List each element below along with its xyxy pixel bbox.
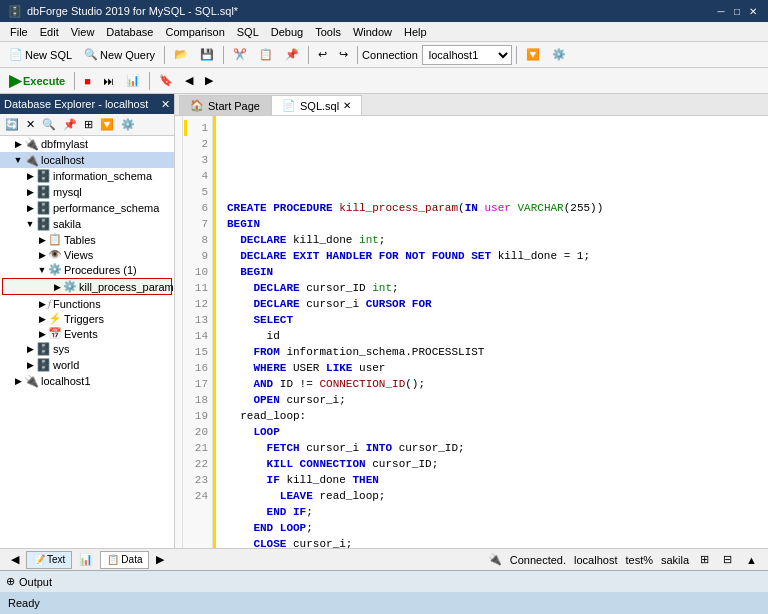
step-button[interactable]: ⏭ — [98, 70, 119, 92]
step-icon: ⏭ — [103, 75, 114, 87]
tree-node-kill-process-param[interactable]: ▶ ⚙️ kill_process_param — [2, 278, 172, 295]
editor-area: 🏠 Start Page 📄 SQL.sql ✕ — [175, 94, 768, 548]
tab-sql-file[interactable]: 📄 SQL.sql ✕ — [271, 95, 362, 115]
tree-node-world[interactable]: ▶ 🗄️ world — [0, 357, 174, 373]
menu-debug[interactable]: Debug — [265, 24, 309, 40]
tables-icon: 📋 — [48, 233, 62, 246]
app-icon: 🗄️ — [8, 5, 22, 18]
nav-next-icon: ▶ — [205, 74, 213, 87]
proc-icon: ⚙️ — [63, 280, 77, 293]
filter-db-icon: 🔽 — [100, 118, 114, 131]
refresh-icon: 🔄 — [5, 118, 19, 131]
settings-db-button[interactable]: ⚙️ — [118, 114, 138, 136]
text-view-button[interactable]: 📝 Text — [26, 551, 72, 569]
cut-button[interactable]: ✂️ — [228, 44, 252, 66]
scroll-left-button[interactable]: ◀ — [8, 549, 22, 571]
save-button[interactable]: 💾 — [195, 44, 219, 66]
sep1 — [164, 46, 165, 64]
expand-button[interactable]: ⊞ — [81, 114, 96, 136]
menu-database[interactable]: Database — [100, 24, 159, 40]
menu-sql[interactable]: SQL — [231, 24, 265, 40]
menu-help[interactable]: Help — [398, 24, 433, 40]
tree-node-tables[interactable]: ▶ 📋 Tables — [0, 232, 174, 247]
tree-node-events[interactable]: ▶ 📅 Events — [0, 326, 174, 341]
code-content[interactable]: CREATE PROCEDURE kill_process_param(IN u… — [213, 116, 768, 548]
mysql-icon: 🗄️ — [36, 185, 51, 199]
status-chart-icon: 📊 — [79, 553, 93, 566]
copy-button[interactable]: 📋 — [254, 44, 278, 66]
yellow-indicator — [213, 116, 216, 548]
data-view-button[interactable]: 📋 Data — [100, 551, 149, 569]
settings-button[interactable]: ⚙️ — [547, 44, 571, 66]
host-label: localhost — [574, 554, 617, 566]
connection-dropdown[interactable]: localhost1 — [422, 45, 512, 65]
connection-label: Connection — [362, 49, 418, 61]
schema-label: sakila — [661, 554, 689, 566]
tree-node-information-schema[interactable]: ▶ 🗄️ information_schema — [0, 168, 174, 184]
tree-node-views[interactable]: ▶ 👁️ Views — [0, 247, 174, 262]
format-button[interactable]: 📊 — [121, 70, 145, 92]
undo-button[interactable]: ↩ — [313, 44, 332, 66]
grid-view-button[interactable]: ⊞ — [697, 549, 712, 571]
menu-window[interactable]: Window — [347, 24, 398, 40]
main-toolbar: 📄 New SQL 🔍 New Query 📂 💾 ✂️ 📋 📌 ↩ ↪ Con… — [0, 42, 768, 68]
refresh-button[interactable]: 🔄 — [2, 114, 22, 136]
output-toggle-icon: ⊕ — [6, 575, 15, 588]
schema-icon: 🗄️ — [36, 169, 51, 183]
line-numbers: 1 2 3 4 5 6 7 8 9 10 11 12 13 14 15 16 1… — [183, 116, 213, 548]
output-bar[interactable]: ⊕ Output — [0, 570, 768, 592]
menu-edit[interactable]: Edit — [34, 24, 65, 40]
tab-start-page[interactable]: 🏠 Start Page — [179, 95, 271, 115]
new-sql-button[interactable]: 📄 New SQL — [4, 44, 77, 66]
tree-node-functions[interactable]: ▶ 𝑓 Functions — [0, 296, 174, 311]
close-button[interactable]: ✕ — [746, 4, 760, 18]
menu-file[interactable]: File — [4, 24, 34, 40]
sys-icon: 🗄️ — [36, 342, 51, 356]
open-button[interactable]: 📂 — [169, 44, 193, 66]
nav-prev-icon: ◀ — [185, 74, 193, 87]
menu-comparison[interactable]: Comparison — [159, 24, 230, 40]
tree-node-procedures[interactable]: ▼ ⚙️ Procedures (1) — [0, 262, 174, 277]
tree-node-mysql[interactable]: ▶ 🗄️ mysql — [0, 184, 174, 200]
tab-close-button[interactable]: ✕ — [343, 100, 351, 111]
nav-prev-button[interactable]: ◀ — [180, 70, 198, 92]
new-query-button[interactable]: 🔍 New Query — [79, 44, 160, 66]
menu-view[interactable]: View — [65, 24, 101, 40]
tree-node-dbfmylast[interactable]: ▶ 🔌 dbfmylast — [0, 136, 174, 152]
menu-tools[interactable]: Tools — [309, 24, 347, 40]
tree-node-triggers[interactable]: ▶ ⚡ Triggers — [0, 311, 174, 326]
tree-node-localhost[interactable]: ▼ 🔌 localhost — [0, 152, 174, 168]
db-explorer-close[interactable]: ✕ — [161, 98, 170, 111]
scroll-right-button[interactable]: ▶ — [153, 549, 167, 571]
redo-button[interactable]: ↪ — [334, 44, 353, 66]
pin-button[interactable]: 📌 — [60, 114, 80, 136]
tree-node-sys[interactable]: ▶ 🗄️ sys — [0, 341, 174, 357]
sep2 — [223, 46, 224, 64]
stop-icon: ■ — [84, 75, 91, 87]
status-icon1[interactable]: 📊 — [76, 549, 96, 571]
title-bar: 🗄️ dbForge Studio 2019 for MySQL - SQL.s… — [0, 0, 768, 22]
search-db-button[interactable]: 🔍 — [39, 114, 59, 136]
sql-file-icon: 📄 — [282, 99, 296, 112]
db-explorer-title: Database Explorer - localhost — [4, 98, 148, 110]
bookmark-button[interactable]: 🔖 — [154, 70, 178, 92]
maximize-button[interactable]: □ — [730, 4, 744, 18]
code-editor[interactable]: 1 2 3 4 5 6 7 8 9 10 11 12 13 14 15 16 1… — [175, 116, 768, 548]
filter-db-button[interactable]: 🔽 — [97, 114, 117, 136]
filter-button[interactable]: 🔽 — [521, 44, 545, 66]
remove-button[interactable]: ✕ — [23, 114, 38, 136]
stop-button[interactable]: ■ — [79, 70, 96, 92]
tree-node-performance-schema[interactable]: ▶ 🗄️ performance_schema — [0, 200, 174, 216]
execute-button[interactable]: ▶ Execute — [4, 70, 70, 92]
tree-node-sakila[interactable]: ▼ 🗄️ sakila — [0, 216, 174, 232]
scroll-up-button[interactable]: ▲ — [743, 549, 760, 571]
split-view-button[interactable]: ⊟ — [720, 549, 735, 571]
minimize-button[interactable]: ─ — [714, 4, 728, 18]
scroll-right-icon: ▶ — [156, 553, 164, 566]
paste-button[interactable]: 📌 — [280, 44, 304, 66]
nav-next-button[interactable]: ▶ — [200, 70, 218, 92]
status-nav: ◀ 📝 Text 📊 📋 Data ▶ — [8, 549, 167, 571]
tree-node-localhost1[interactable]: ▶ 🔌 localhost1 — [0, 373, 174, 389]
filter-icon: 🔽 — [526, 48, 540, 61]
open-icon: 📂 — [174, 48, 188, 61]
